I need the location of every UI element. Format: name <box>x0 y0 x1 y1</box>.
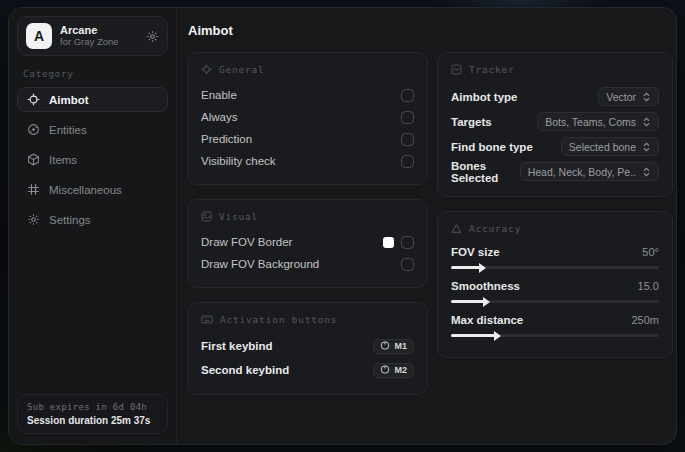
unfold-icon <box>642 167 651 177</box>
box-icon <box>27 153 40 166</box>
enable-checkbox[interactable] <box>401 89 414 102</box>
setting-label: Bones Selected <box>451 160 520 184</box>
unfold-icon <box>642 117 651 127</box>
setting-label: Always <box>201 111 237 123</box>
setting-label: Visibility check <box>201 155 276 167</box>
bones-selected-select[interactable]: Head, Neck, Body, Pe.. <box>520 162 659 181</box>
gear-icon <box>27 213 40 226</box>
setting-label: Second keybind <box>201 364 289 376</box>
tracker-card: Tracker Aimbot type Vector <box>437 52 673 197</box>
setting-row: First keybind M1 <box>201 334 414 358</box>
slider-group: Max distance 250m <box>451 311 659 337</box>
first-keybind-button[interactable]: M1 <box>373 339 414 354</box>
card-title: Accuracy <box>469 223 521 234</box>
setting-row: Draw FOV Border <box>201 231 414 253</box>
visual-card: Visual Draw FOV Border Draw FOV Backgrou… <box>187 199 428 288</box>
select-value: Head, Neck, Body, Pe.. <box>528 166 636 178</box>
crosshair-icon <box>201 64 212 75</box>
sidebar-item-entities[interactable]: Entities <box>17 117 168 142</box>
max-distance-slider[interactable] <box>451 334 659 337</box>
activity-icon <box>451 64 462 75</box>
app-logo: A <box>26 23 52 49</box>
setting-row: Find bone type Selected bone <box>451 134 659 159</box>
setting-row: Aimbot type Vector <box>451 84 659 109</box>
select-value: Vector <box>606 91 636 103</box>
setting-label: First keybind <box>201 340 273 352</box>
gear-icon[interactable] <box>146 30 159 43</box>
sidebar-item-label: Items <box>49 154 77 166</box>
sidebar-item-label: Miscellaneous <box>49 184 122 196</box>
session-duration-text: Session duration 25m 37s <box>27 415 158 426</box>
brand-card: A Arcane for Gray Zone <box>17 16 168 56</box>
mouse-icon <box>380 341 390 352</box>
slider-group: Smoothness 15.0 <box>451 277 659 303</box>
keybind-value: M1 <box>394 341 407 351</box>
card-title: General <box>219 64 265 75</box>
radar-icon <box>27 123 40 136</box>
select-value: Bots, Teams, Coms <box>545 116 636 128</box>
setting-row: Prediction <box>201 128 414 150</box>
slider-thumb[interactable] <box>483 297 490 307</box>
setting-label: Enable <box>201 89 237 101</box>
accuracy-card: Accuracy FOV size 50° <box>437 211 673 358</box>
slider-label: Max distance <box>451 314 523 326</box>
targets-select[interactable]: Bots, Teams, Coms <box>537 112 659 131</box>
setting-row: Enable <box>201 84 414 106</box>
slider-thumb[interactable] <box>479 263 486 273</box>
card-title: Tracker <box>469 64 515 75</box>
second-keybind-button[interactable]: M2 <box>373 363 414 378</box>
always-checkbox[interactable] <box>401 111 414 124</box>
slider-group: FOV size 50° <box>451 243 659 269</box>
misc-grid-icon <box>27 183 40 196</box>
keybind-value: M2 <box>394 365 407 375</box>
page-title: Aimbot <box>188 23 673 38</box>
setting-label: Targets <box>451 116 492 128</box>
card-title: Visual <box>219 211 258 222</box>
setting-row: Always <box>201 106 414 128</box>
triangle-icon <box>451 223 462 234</box>
slider-label: Smoothness <box>451 280 520 292</box>
general-card: General Enable Always Prediction <box>187 52 428 185</box>
slider-value: 50° <box>642 246 659 258</box>
setting-row: Bones Selected Head, Neck, Body, Pe.. <box>451 159 659 184</box>
fov-border-color-swatch[interactable] <box>383 237 394 248</box>
sidebar-item-items[interactable]: Items <box>17 147 168 172</box>
image-icon <box>201 211 212 222</box>
sidebar-item-aimbot[interactable]: Aimbot <box>17 87 168 112</box>
slider-thumb[interactable] <box>494 331 501 341</box>
sidebar: A Arcane for Gray Zone Category <box>9 8 177 444</box>
app-subtitle: for Gray Zone <box>60 37 138 48</box>
sidebar-item-label: Entities <box>49 124 87 136</box>
sub-expires-text: Sub expires in 6d 04h <box>27 402 158 412</box>
draw-fov-border-checkbox[interactable] <box>401 236 414 249</box>
select-value: Selected bone <box>569 141 636 153</box>
subscription-info-card: Sub expires in 6d 04h Session duration 2… <box>17 394 168 434</box>
setting-label: Draw FOV Background <box>201 258 319 270</box>
unfold-icon <box>642 142 651 152</box>
setting-label: Find bone type <box>451 141 533 153</box>
sidebar-item-label: Settings <box>49 214 91 226</box>
slider-label: FOV size <box>451 246 500 258</box>
app-name: Arcane <box>60 24 138 37</box>
logo-letter: A <box>34 28 44 44</box>
setting-row: Targets Bots, Teams, Coms <box>451 109 659 134</box>
category-label: Category <box>23 68 164 79</box>
slider-value: 250m <box>631 314 659 326</box>
slider-value: 15.0 <box>638 280 659 292</box>
aimbot-type-select[interactable]: Vector <box>598 87 659 106</box>
visibility-check-checkbox[interactable] <box>401 155 414 168</box>
keyboard-icon <box>201 314 213 325</box>
sidebar-item-miscellaneous[interactable]: Miscellaneous <box>17 177 168 202</box>
sidebar-item-settings[interactable]: Settings <box>17 207 168 232</box>
crosshair-icon <box>27 93 40 106</box>
setting-row: Second keybind M2 <box>201 358 414 382</box>
draw-fov-background-checkbox[interactable] <box>401 258 414 271</box>
fov-size-slider[interactable] <box>451 266 659 269</box>
find-bone-type-select[interactable]: Selected bone <box>561 137 659 156</box>
setting-row: Draw FOV Background <box>201 253 414 275</box>
cheat-menu-window: A Arcane for Gray Zone Category <box>8 7 677 445</box>
category-nav: Aimbot Entities <box>17 87 168 232</box>
mouse-icon <box>380 365 390 376</box>
prediction-checkbox[interactable] <box>401 133 414 146</box>
smoothness-slider[interactable] <box>451 300 659 303</box>
